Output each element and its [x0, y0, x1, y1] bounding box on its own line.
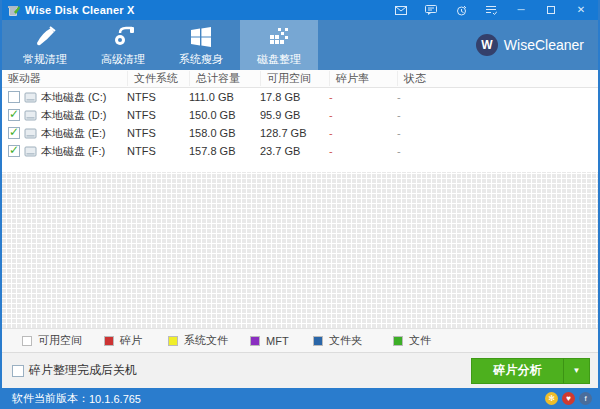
drive-frag: -: [329, 145, 397, 157]
chevron-down-icon: ▼: [573, 366, 581, 375]
table-row-e[interactable]: 本地磁盘 (E:) NTFS 158.0 GB 128.7 GB - -: [2, 124, 598, 142]
drive-status: -: [397, 145, 598, 157]
disk-icon: [24, 92, 37, 103]
drive-free: 95.9 GB: [260, 109, 329, 121]
drive-frag: -: [329, 127, 397, 139]
minimize-button[interactable]: ─: [506, 0, 536, 20]
table-header: 驱动器 文件系统 总计容量 可用空间 碎片率 状态: [2, 70, 598, 88]
analyze-split-button: 碎片分析 ▼: [471, 358, 590, 384]
drive-name: 本地磁盘 (F:): [41, 144, 105, 159]
tab-common-clean[interactable]: 常规清理: [6, 20, 84, 70]
legend-swatch: [250, 336, 260, 346]
drive-fs: NTFS: [127, 91, 189, 103]
table-row-c[interactable]: 本地磁盘 (C:) NTFS 111.0 GB 17.8 GB - -: [2, 88, 598, 106]
window-title: Wise Disk Cleaner X: [25, 4, 134, 16]
vacuum-icon: [111, 24, 135, 48]
drive-fs: NTFS: [127, 127, 189, 139]
drive-name: 本地磁盘 (C:): [41, 90, 106, 105]
drive-status: -: [397, 91, 598, 103]
drive-total: 150.0 GB: [189, 109, 260, 121]
drive-fs: NTFS: [127, 109, 189, 121]
defrag-icon: [268, 24, 290, 48]
tab-label: 系统瘦身: [179, 52, 223, 67]
social-flower-icon[interactable]: ✻: [545, 392, 558, 405]
app-window: Wise Disk Cleaner X ─ ✕ 常规清理: [0, 0, 600, 409]
legend-label: 系统文件: [184, 333, 228, 348]
col-free[interactable]: 可用空间: [260, 71, 329, 86]
feedback-icon[interactable]: [416, 0, 446, 20]
drive-checkbox[interactable]: [8, 109, 20, 121]
drive-name: 本地磁盘 (D:): [41, 108, 106, 123]
table-row-d[interactable]: 本地磁盘 (D:) NTFS 150.0 GB 95.9 GB - -: [2, 106, 598, 124]
disk-icon: [24, 128, 37, 139]
legend-swatch: [313, 336, 323, 346]
footer-bar: 碎片整理完成后关机 碎片分析 ▼: [2, 352, 598, 388]
menu-icon[interactable]: [476, 0, 506, 20]
table-row-f[interactable]: 本地磁盘 (F:) NTFS 157.8 GB 23.7 GB - -: [2, 142, 598, 160]
col-total[interactable]: 总计容量: [189, 71, 260, 86]
social-heart-icon[interactable]: ♥: [562, 392, 575, 405]
drive-total: 157.8 GB: [189, 145, 260, 157]
status-bar: 软件当前版本： 10.1.6.765 ✻ ♥ f: [0, 388, 600, 409]
tab-system-slim[interactable]: 系统瘦身: [162, 20, 240, 70]
analyze-button[interactable]: 碎片分析: [471, 358, 563, 384]
drive-fs: NTFS: [127, 145, 189, 157]
social-icons: ✻ ♥ f: [545, 392, 592, 405]
col-filesystem[interactable]: 文件系统: [127, 71, 189, 86]
tab-label: 常规清理: [23, 52, 67, 67]
shutdown-checkbox[interactable]: [12, 365, 24, 377]
tab-advanced-clean[interactable]: 高级清理: [84, 20, 162, 70]
social-share-icon[interactable]: f: [579, 392, 592, 405]
title-bar: Wise Disk Cleaner X ─ ✕: [2, 0, 598, 20]
drive-checkbox[interactable]: [8, 127, 20, 139]
tab-disk-defrag[interactable]: 磁盘整理: [240, 20, 318, 70]
windows-icon: [190, 24, 212, 48]
col-drive[interactable]: 驱动器: [8, 71, 127, 86]
close-button[interactable]: ✕: [566, 0, 596, 20]
drive-free: 17.8 GB: [260, 91, 329, 103]
legend-folders: 文件夹: [313, 333, 393, 348]
col-status[interactable]: 状态: [397, 71, 598, 86]
brand-name: WiseCleaner: [504, 37, 584, 53]
legend-free-space: 可用空间: [22, 333, 104, 348]
legend-label: 碎片: [120, 333, 142, 348]
disk-icon: [24, 146, 37, 157]
col-frag[interactable]: 碎片率: [329, 71, 397, 86]
disk-icon: [24, 110, 37, 121]
wisecleaner-logo-icon: W: [476, 34, 498, 56]
analyze-dropdown-button[interactable]: ▼: [563, 358, 590, 384]
map-spacer: [2, 160, 598, 172]
support-icon[interactable]: [446, 0, 476, 20]
maximize-button[interactable]: [536, 0, 566, 20]
drive-name: 本地磁盘 (E:): [41, 126, 106, 141]
drive-checkbox[interactable]: [8, 91, 20, 103]
legend-swatch: [104, 336, 114, 346]
legend-fragments: 碎片: [104, 333, 168, 348]
brush-icon: [33, 24, 57, 48]
drive-total: 111.0 GB: [189, 91, 260, 103]
legend-swatch: [168, 336, 178, 346]
defrag-block-map: [2, 172, 598, 328]
drive-frag: -: [329, 109, 397, 121]
drive-checkbox[interactable]: [8, 145, 20, 157]
legend-mft: MFT: [250, 335, 313, 347]
legend-label: MFT: [266, 335, 289, 347]
brand-logo: W WiseCleaner: [476, 20, 598, 70]
drive-total: 158.0 GB: [189, 127, 260, 139]
legend-swatch: [22, 336, 32, 346]
nav-bar: 常规清理 高级清理 系统瘦身 磁盘整理 W WiseCleaner: [2, 20, 598, 70]
mail-icon[interactable]: [386, 0, 416, 20]
legend-swatch: [393, 336, 403, 346]
legend-bar: 可用空间 碎片 系统文件 MFT 文件夹 文件: [2, 328, 598, 352]
legend-system-files: 系统文件: [168, 333, 250, 348]
drive-free: 128.7 GB: [260, 127, 329, 139]
drive-status: -: [397, 109, 598, 121]
shutdown-after-defrag[interactable]: 碎片整理完成后关机: [12, 362, 137, 379]
legend-files: 文件: [393, 333, 457, 348]
tab-label: 磁盘整理: [257, 52, 301, 67]
tab-label: 高级清理: [101, 52, 145, 67]
drive-free: 23.7 GB: [260, 145, 329, 157]
version-value: 10.1.6.765: [89, 393, 141, 405]
drive-status: -: [397, 127, 598, 139]
shutdown-label: 碎片整理完成后关机: [29, 362, 137, 379]
